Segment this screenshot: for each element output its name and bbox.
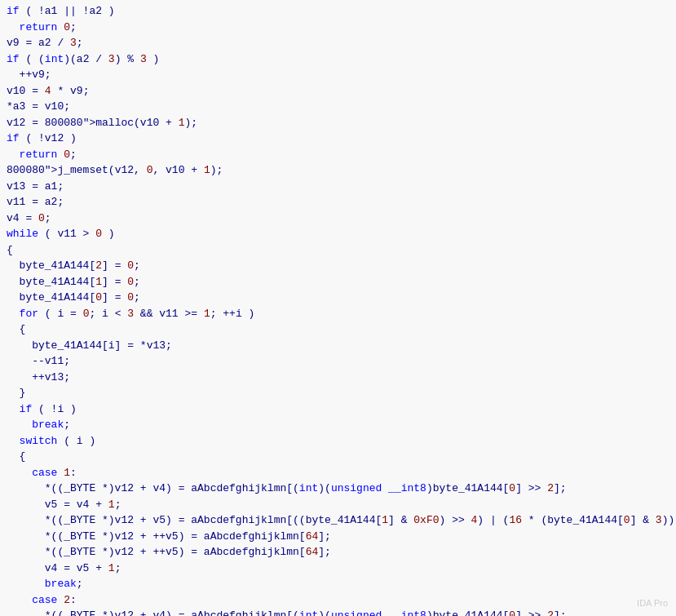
code-line: *a3 = v10; xyxy=(0,99,676,115)
code-line: v12 = 800080">malloc(v10 + 1); xyxy=(0,115,676,131)
code-line: if ( !i ) xyxy=(0,401,676,418)
code-line: byte_41A144[1] = 0; xyxy=(0,274,676,290)
code-line: v10 = 4 * v9; xyxy=(0,83,676,100)
code-line: switch ( i ) xyxy=(0,433,676,450)
code-line: ++v9; xyxy=(0,67,676,83)
code-line: v13 = a1; xyxy=(0,179,676,195)
code-line: return 0; xyxy=(0,20,676,36)
code-line: *((_BYTE *)v12 + v4) = aAbcdefghijklmn[(… xyxy=(0,608,676,616)
code-line: ++v13; xyxy=(0,370,676,386)
code-line: for ( i = 0; i < 3 && v11 >= 1; ++i ) xyxy=(0,306,676,322)
code-line: case 2: xyxy=(0,592,676,609)
code-line: while ( v11 > 0 ) xyxy=(0,226,676,242)
code-line: byte_41A144[0] = 0; xyxy=(0,290,676,306)
code-line: byte_41A144[i] = *v13; xyxy=(0,338,676,354)
code-line: case 1: xyxy=(0,465,676,481)
code-line: --v11; xyxy=(0,353,676,370)
code-line: if ( (int)(a2 / 3) % 3 ) xyxy=(0,51,676,68)
code-editor: if ( !a1 || !a2 ) return 0;v9 = a2 / 3;i… xyxy=(0,0,676,616)
code-line: byte_41A144[2] = 0; xyxy=(0,258,676,274)
code-line: if ( !v12 ) xyxy=(0,131,676,147)
code-line: *((_BYTE *)v12 + v4) = aAbcdefghijklmn[(… xyxy=(0,481,676,497)
code-line: *((_BYTE *)v12 + ++v5) = aAbcdefghijklmn… xyxy=(0,529,676,545)
code-line: { xyxy=(0,242,676,259)
code-line: v5 = v4 + 1; xyxy=(0,497,676,513)
code-line: v4 = 0; xyxy=(0,211,676,227)
code-line: v4 = v5 + 1; xyxy=(0,561,676,577)
code-line: v9 = a2 / 3; xyxy=(0,35,676,51)
code-line: } xyxy=(0,385,676,401)
watermark-text: IDA Pro xyxy=(637,598,668,608)
code-line: { xyxy=(0,321,676,338)
code-line: break; xyxy=(0,576,676,592)
code-line: { xyxy=(0,449,676,465)
code-line: *((_BYTE *)v12 + ++v5) = aAbcdefghijklmn… xyxy=(0,544,676,561)
code-line: if ( !a1 || !a2 ) xyxy=(0,3,676,20)
code-line: 800080">j_memset(v12, 0, v10 + 1); xyxy=(0,162,676,179)
code-line: break; xyxy=(0,417,676,433)
code-line: *((_BYTE *)v12 + v5) = aAbcdefghijklmn[(… xyxy=(0,512,676,529)
code-line: v11 = a2; xyxy=(0,194,676,211)
code-line: return 0; xyxy=(0,147,676,163)
